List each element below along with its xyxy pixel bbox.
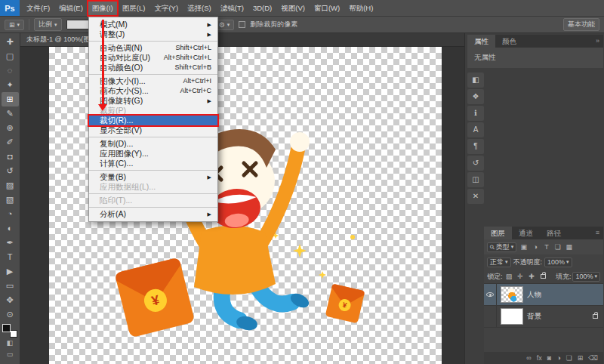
- tab-channels[interactable]: 通道: [512, 227, 540, 239]
- brush-tool[interactable]: ✐: [2, 135, 19, 150]
- screen-mode-button[interactable]: ▭: [2, 349, 19, 360]
- menu-item[interactable]: 自动对比度(U)Alt+Shift+Ctrl+L: [89, 53, 217, 63]
- marquee-tool[interactable]: ▢: [2, 49, 19, 63]
- menubar-item[interactable]: 视图(V): [277, 2, 309, 15]
- paragraph-panel-icon[interactable]: ¶: [467, 139, 484, 154]
- layer-row[interactable]: 人物: [484, 284, 603, 306]
- filter-shape-layers-icon[interactable]: ❏: [553, 242, 562, 252]
- dodge-tool[interactable]: ◐: [2, 221, 19, 236]
- clone-stamp-tool[interactable]: ◘: [2, 150, 19, 164]
- zoom-tool[interactable]: ⊙: [2, 307, 19, 322]
- lock-position-icon[interactable]: ✚: [527, 272, 537, 282]
- menubar-item[interactable]: 帮助(H): [345, 2, 377, 15]
- lock-pixels-icon[interactable]: ✛: [516, 272, 525, 282]
- hand-tool[interactable]: ✥: [2, 293, 19, 307]
- layer-visibility-toggle[interactable]: [484, 284, 497, 305]
- move-tool[interactable]: ✚: [2, 35, 19, 49]
- menubar-item[interactable]: 选择(S): [183, 2, 215, 15]
- menu-item[interactable]: 裁切(R)...: [89, 116, 217, 125]
- menu-item[interactable]: 图像旋转(G)▶: [89, 96, 217, 106]
- history-brush-tool[interactable]: ↺: [2, 164, 19, 178]
- close-panel-icon[interactable]: ✕: [467, 189, 484, 204]
- delete-layer-icon[interactable]: ⌫: [588, 352, 598, 364]
- new-layer-icon[interactable]: ⊞: [578, 352, 584, 364]
- filter-smart-objects-icon[interactable]: ▦: [564, 242, 574, 252]
- color-swatches[interactable]: [2, 324, 17, 338]
- adjustment-layer-icon[interactable]: ◑: [556, 352, 560, 364]
- delete-cropped-pixels-checkbox[interactable]: [239, 21, 245, 28]
- foreground-color-swatch[interactable]: [2, 324, 11, 332]
- adjustments-panel-icon[interactable]: ◧: [467, 72, 484, 88]
- character-panel-icon[interactable]: A: [467, 122, 484, 137]
- healing-brush-tool[interactable]: ⊕: [2, 121, 19, 135]
- filter-type-layers-icon[interactable]: T: [541, 242, 551, 252]
- tab-properties[interactable]: 属性: [467, 35, 495, 48]
- tab-layers[interactable]: 图层: [484, 227, 512, 239]
- layer-visibility-toggle[interactable]: [484, 306, 497, 327]
- shape-tool[interactable]: ▭: [2, 279, 19, 293]
- filter-pixel-layers-icon[interactable]: ▣: [519, 242, 528, 252]
- menubar-item[interactable]: 窗口(W): [310, 2, 344, 15]
- type-tool[interactable]: T: [2, 250, 19, 264]
- divider: [29, 19, 29, 30]
- menubar-item[interactable]: 3D(D): [249, 2, 276, 15]
- menu-item[interactable]: 复制(D)...: [89, 139, 217, 149]
- panel-menu-icon[interactable]: ≡: [592, 227, 603, 239]
- info-panel-icon[interactable]: ℹ: [467, 106, 484, 121]
- opacity-dropdown[interactable]: 100% ▾: [544, 258, 572, 267]
- menubar-item[interactable]: 图层(L): [119, 2, 149, 15]
- eyedropper-tool[interactable]: ✎: [2, 106, 19, 121]
- new-group-icon[interactable]: ❏: [566, 352, 572, 364]
- menu-item[interactable]: 分析(A)▶: [89, 209, 217, 219]
- layer-style-icon[interactable]: fx: [537, 352, 542, 364]
- menubar-item[interactable]: 滤镜(T): [217, 2, 248, 15]
- crop-width-field[interactable]: [66, 20, 89, 29]
- crop-ratio-dropdown[interactable]: 比例 ▾: [34, 18, 62, 31]
- menu-item[interactable]: 变量(B)▶: [89, 172, 217, 182]
- menu-item[interactable]: 应用图像(Y)...: [89, 149, 217, 159]
- styles-panel-icon[interactable]: ❖: [467, 89, 484, 104]
- menu-item[interactable]: 模式(M)▶: [89, 20, 217, 29]
- tab-color[interactable]: 颜色: [495, 35, 523, 48]
- link-layers-icon[interactable]: ∞: [526, 352, 531, 364]
- quick-selection-tool[interactable]: ✦: [2, 78, 19, 92]
- layer-filter-type-dropdown[interactable]: ⚲ 类型 ▾: [487, 242, 516, 252]
- pen-tool[interactable]: ✒: [2, 236, 19, 250]
- blur-tool[interactable]: ◔: [2, 207, 19, 221]
- menu-item[interactable]: 计算(C)...: [89, 159, 217, 168]
- menu-item[interactable]: 画布大小(S)...Alt+Ctrl+C: [89, 86, 217, 96]
- lock-all-icon[interactable]: [538, 272, 548, 282]
- menu-item[interactable]: 调整(J)▶: [89, 29, 217, 39]
- menu-item[interactable]: 自动颜色(O)Shift+Ctrl+B: [89, 63, 217, 72]
- menubar-item[interactable]: 文字(Y): [150, 2, 182, 15]
- background-color-swatch[interactable]: [10, 330, 17, 338]
- tab-paths[interactable]: 路径: [540, 227, 568, 239]
- menu-item[interactable]: 自动色调(N)Shift+Ctrl+L: [89, 43, 217, 53]
- blend-mode-dropdown[interactable]: 正常 ▾: [487, 258, 511, 267]
- lasso-tool[interactable]: ◌: [2, 63, 19, 78]
- quick-mask-button[interactable]: ◧: [2, 338, 19, 349]
- menu-item[interactable]: 显示全部(V): [89, 125, 217, 135]
- layer-row[interactable]: 背景: [484, 306, 603, 328]
- delete-cropped-pixels-label[interactable]: 删除裁剪的像素: [250, 20, 297, 29]
- tool-buttons: ✚▢◌✦⊞✎⊕✐◘↺▨▧◔◐✒T▶▭✥⊙: [2, 35, 19, 322]
- history-panel-icon[interactable]: ↺: [467, 156, 484, 171]
- fill-dropdown[interactable]: 100% ▾: [572, 272, 600, 282]
- menubar-item[interactable]: 编辑(E): [55, 2, 87, 15]
- collapse-dock-icon[interactable]: »: [592, 35, 603, 48]
- layers-panel: 图层 通道 路径 ≡ ⚲ 类型 ▾ ▣◑T❏▦ 正常 ▾ 不透明度: 100% …: [484, 227, 603, 364]
- menubar: Ps 文件(F)编辑(E)图像(I)图层(L)文字(Y)选择(S)滤镜(T)3D…: [0, 0, 604, 17]
- menubar-item[interactable]: 图像(I): [88, 2, 117, 15]
- workspace-switcher-button[interactable]: 基本功能: [563, 18, 599, 31]
- path-selection-tool[interactable]: ▶: [2, 264, 19, 279]
- tool-preset-picker[interactable]: ⊞ ▾: [5, 20, 24, 30]
- navigator-panel-icon[interactable]: ◫: [467, 172, 484, 187]
- lock-transparency-icon[interactable]: ▨: [504, 272, 514, 282]
- eraser-tool[interactable]: ▨: [2, 178, 19, 193]
- crop-tool[interactable]: ⊞: [2, 92, 19, 106]
- add-mask-icon[interactable]: ◙: [547, 352, 551, 364]
- filter-adjustment-layers-icon[interactable]: ◑: [530, 242, 540, 252]
- menubar-item[interactable]: 文件(F): [23, 2, 54, 15]
- menu-item[interactable]: 图像大小(I)...Alt+Ctrl+I: [89, 76, 217, 86]
- gradient-tool[interactable]: ▧: [2, 193, 19, 207]
